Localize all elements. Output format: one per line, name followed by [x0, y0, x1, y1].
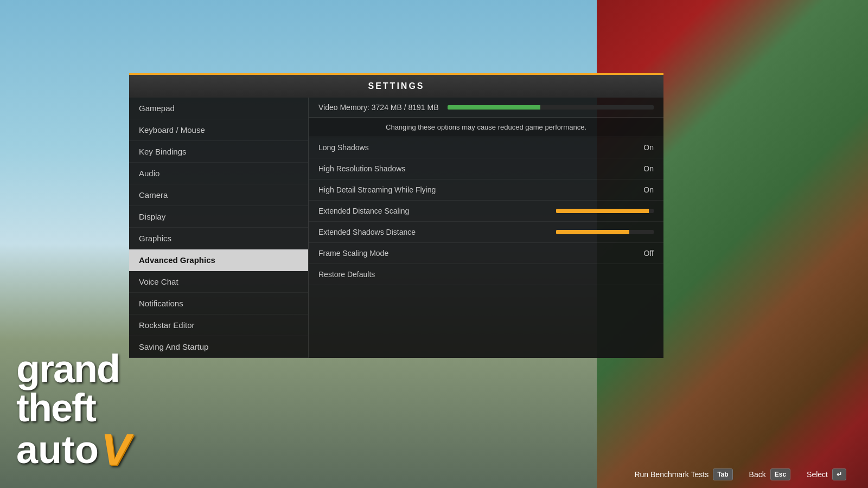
options-container: Long ShadowsOnHigh Resolution ShadowsOnH…	[309, 137, 663, 285]
sidebar-item-notifications[interactable]: Notifications	[129, 293, 308, 314]
sidebar-item-key-bindings[interactable]: Key Bindings	[129, 141, 308, 163]
settings-panel: SETTINGS GamepadKeyboard / MouseKey Bind…	[129, 73, 663, 358]
warning-row: Changing these options may cause reduced…	[309, 118, 663, 137]
warning-text: Changing these options may cause reduced…	[386, 123, 586, 131]
bottom-bar: Run Benchmark TestsTabBackEscSelect↵	[0, 461, 868, 488]
setting-row-restore-defaults[interactable]: Restore Defaults	[309, 264, 663, 285]
video-memory-row: Video Memory: 3724 MB / 8191 MB	[309, 98, 663, 118]
main-content: Video Memory: 3724 MB / 8191 MB Changing…	[308, 98, 663, 358]
setting-label-frame-scaling-mode: Frame Scaling Mode	[318, 249, 632, 258]
setting-label-high-resolution-shadows: High Resolution Shadows	[318, 164, 632, 173]
sidebar-item-rockstar-editor[interactable]: Rockstar Editor	[129, 314, 308, 336]
setting-label-high-detail-streaming: High Detail Streaming While Flying	[318, 185, 632, 194]
setting-label-extended-shadows-distance: Extended Shadows Distance	[318, 228, 552, 236]
setting-row-high-resolution-shadows[interactable]: High Resolution ShadowsOn	[309, 158, 663, 179]
key-badge-select: ↵	[832, 468, 846, 480]
bottom-action-label-run-benchmark: Run Benchmark Tests	[634, 470, 709, 479]
slider-track-extended-distance-scaling[interactable]	[556, 209, 654, 213]
settings-title: SETTINGS	[129, 73, 663, 98]
bottom-action-label-back: Back	[749, 470, 766, 479]
setting-label-long-shadows: Long Shadows	[318, 143, 632, 152]
bottom-action-select[interactable]: Select↵	[807, 468, 846, 480]
setting-value-high-detail-streaming: On	[632, 185, 654, 194]
sidebar-item-audio[interactable]: Audio	[129, 163, 308, 184]
sidebar-item-display[interactable]: Display	[129, 206, 308, 228]
gta-text-line1: grand	[16, 349, 131, 388]
video-memory-bar-track	[448, 105, 654, 110]
setting-row-long-shadows[interactable]: Long ShadowsOn	[309, 137, 663, 158]
setting-value-frame-scaling-mode: Off	[632, 249, 654, 258]
setting-row-extended-shadows-distance[interactable]: Extended Shadows Distance	[309, 222, 663, 243]
sidebar-item-camera[interactable]: Camera	[129, 184, 308, 206]
gta-text-line2: theft	[16, 388, 131, 427]
sidebar: GamepadKeyboard / MouseKey BindingsAudio…	[129, 98, 308, 358]
setting-value-long-shadows: On	[632, 143, 654, 152]
bottom-action-label-select: Select	[807, 470, 828, 479]
settings-content: GamepadKeyboard / MouseKey BindingsAudio…	[129, 98, 663, 358]
setting-label-extended-distance-scaling: Extended Distance Scaling	[318, 207, 552, 215]
setting-row-frame-scaling-mode[interactable]: Frame Scaling ModeOff	[309, 243, 663, 264]
setting-value-high-resolution-shadows: On	[632, 164, 654, 173]
setting-row-high-detail-streaming[interactable]: High Detail Streaming While FlyingOn	[309, 179, 663, 201]
key-badge-back: Esc	[770, 468, 790, 480]
bottom-action-run-benchmark[interactable]: Run Benchmark TestsTab	[634, 468, 732, 480]
slider-fill-extended-distance-scaling	[556, 209, 649, 213]
video-memory-bar-fill	[448, 105, 540, 110]
sidebar-item-graphics[interactable]: Graphics	[129, 228, 308, 249]
slider-fill-extended-shadows-distance	[556, 230, 629, 234]
gta-logo: grand theft auto V	[16, 349, 131, 472]
sidebar-item-saving-and-startup[interactable]: Saving And Startup	[129, 336, 308, 358]
slider-track-extended-shadows-distance[interactable]	[556, 230, 654, 234]
setting-label-restore-defaults: Restore Defaults	[318, 270, 654, 279]
video-memory-label: Video Memory: 3724 MB / 8191 MB	[318, 103, 439, 112]
setting-row-extended-distance-scaling[interactable]: Extended Distance Scaling	[309, 201, 663, 222]
sidebar-item-advanced-graphics[interactable]: Advanced Graphics	[129, 249, 308, 271]
sidebar-item-keyboard-mouse[interactable]: Keyboard / Mouse	[129, 119, 308, 141]
sidebar-item-gamepad[interactable]: Gamepad	[129, 98, 308, 119]
sidebar-item-voice-chat[interactable]: Voice Chat	[129, 271, 308, 293]
key-badge-run-benchmark: Tab	[713, 468, 732, 480]
bottom-action-back[interactable]: BackEsc	[749, 468, 790, 480]
